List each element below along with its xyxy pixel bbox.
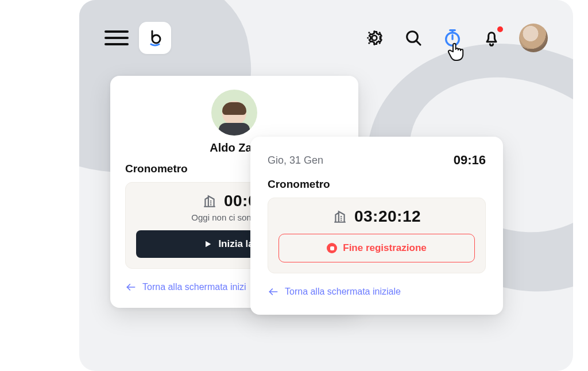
app-logo[interactable] (139, 22, 171, 54)
date-label: Gio, 31 Gen (268, 154, 323, 167)
building-icon (202, 194, 217, 208)
arrow-left-icon (125, 281, 137, 293)
back-link[interactable]: Torna alla schermata iniziale (268, 286, 401, 297)
stopwatch-icon (443, 28, 462, 48)
clock-label: 09:16 (454, 153, 486, 168)
section-title: Cronometro (268, 178, 486, 191)
settings-button[interactable] (363, 26, 386, 49)
building-icon (332, 209, 347, 224)
svg-line-2 (416, 41, 420, 45)
back-link-label: Torna alla schermata inizi (142, 282, 246, 292)
notifications-button[interactable] (480, 26, 503, 49)
search-icon (404, 29, 423, 47)
timer-card-active: Gio, 31 Gen 09:16 Cronometro 03:20:12 Fi… (250, 137, 503, 315)
user-avatar[interactable] (519, 24, 548, 52)
back-link[interactable]: Torna alla schermata inizi (125, 281, 246, 293)
topbar-left (105, 22, 171, 54)
topbar-right (363, 24, 548, 52)
app-canvas: Aldo Zap Cronometro 00:00 Oggi non ci so… (79, 0, 573, 371)
stop-icon (327, 243, 337, 253)
profile-avatar (211, 90, 257, 136)
stop-recording-button[interactable]: Fine registrazione (278, 234, 475, 262)
notification-badge (496, 25, 504, 33)
logo-icon (148, 29, 163, 47)
play-icon (203, 239, 212, 249)
timer-value: 03:20:12 (354, 207, 421, 226)
back-link-label: Torna alla schermata iniziale (285, 287, 401, 297)
topbar (79, 0, 573, 54)
menu-button[interactable] (105, 28, 129, 48)
timer-button[interactable] (441, 26, 464, 49)
svg-point-0 (372, 36, 377, 41)
gear-icon (365, 29, 384, 47)
stop-recording-label: Fine registrazione (343, 242, 426, 254)
timer-panel: 03:20:12 Fine registrazione (268, 198, 486, 273)
date-row: Gio, 31 Gen 09:16 (268, 153, 486, 168)
search-button[interactable] (402, 26, 425, 49)
arrow-left-icon (268, 286, 279, 297)
